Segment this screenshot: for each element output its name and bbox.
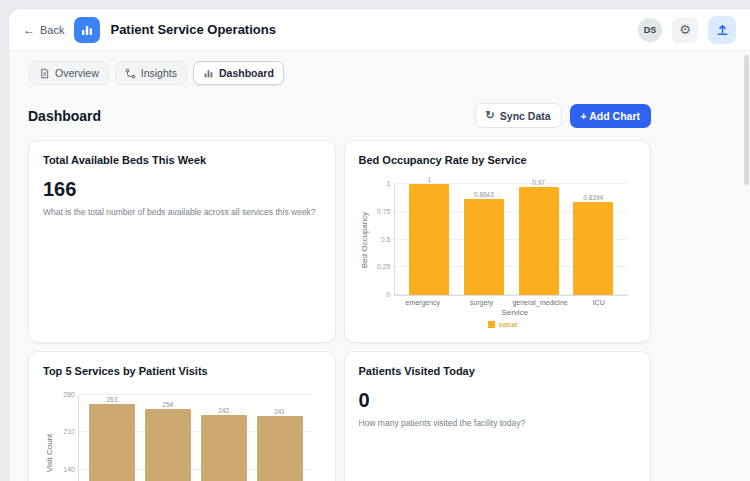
y-tick-label: 140: [63, 466, 75, 474]
share-button[interactable]: [708, 16, 736, 44]
settings-button[interactable]: ⚙: [672, 17, 698, 43]
upload-icon: [716, 23, 729, 36]
bar: 242: [201, 415, 247, 481]
bar-value-label: 254: [162, 401, 173, 408]
y-axis-title: Bed Occupancy: [359, 176, 370, 329]
top-bar: ← Back Patient Service Operations DS ⚙: [9, 9, 750, 51]
bar-value-label: 263: [106, 396, 117, 403]
app-logo-icon: [74, 17, 100, 43]
metric-value: 166: [43, 178, 321, 201]
metric-question: How many patients visited the facility t…: [359, 418, 637, 428]
insights-icon: [125, 68, 136, 79]
tab-dashboard[interactable]: Dashboard: [193, 61, 284, 85]
plot-area: 00.250.50.75110.86430.970.8394: [394, 184, 629, 296]
bar: 241: [257, 416, 303, 481]
y-axis-label: Visit Count: [44, 434, 53, 473]
visits-chart: Visit Count 070140210280263254242241: [43, 387, 321, 481]
card-title: Total Available Beds This Week: [43, 154, 321, 166]
metric-question: What is the total number of beds availab…: [43, 207, 321, 217]
bar: 0.8643: [464, 199, 504, 295]
x-tick-label: surgery: [452, 299, 511, 306]
back-arrow-icon: ←: [23, 24, 35, 36]
tab-label: Overview: [55, 67, 99, 79]
occupancy-chart: Bed Occupancy 00.250.50.75110.86430.970.…: [359, 176, 637, 329]
scrollbar-thumb[interactable]: [744, 55, 749, 185]
chart-area: 00.250.50.75110.86430.970.8394 emergency…: [370, 176, 637, 329]
bar: 0.97: [519, 187, 559, 295]
bar-value-label: 1: [427, 176, 431, 183]
sync-data-button[interactable]: ↻ Sync Data: [475, 103, 562, 128]
x-tick-labels: emergencysurgerygeneral_medicineICU: [394, 296, 629, 306]
chart-area: 070140210280263254242241: [54, 387, 321, 481]
x-axis-title: Service: [394, 306, 637, 317]
back-button[interactable]: ← Back: [23, 24, 64, 36]
add-chart-button[interactable]: + Add Chart: [570, 104, 651, 128]
bar-chart-icon: [80, 23, 94, 37]
bar-value-label: 0.8643: [474, 191, 494, 198]
card-title: Bed Occupancy Rate by Service: [359, 154, 637, 166]
plot-area: 070140210280263254242241: [78, 395, 313, 481]
bar-value-label: 242: [218, 407, 229, 414]
bars-group: 263254242241: [79, 395, 313, 481]
card-bed-occupancy: Bed Occupancy Rate by Service Bed Occupa…: [344, 140, 652, 343]
dashboard-actions: ↻ Sync Data + Add Chart: [475, 103, 651, 128]
document-icon: [39, 68, 50, 79]
card-title: Patients Visited Today: [359, 365, 637, 377]
y-tick-label: 0.25: [377, 263, 391, 271]
y-tick-label: 0: [387, 291, 391, 299]
y-tick-label: 280: [63, 391, 75, 399]
back-label: Back: [40, 24, 64, 36]
dashboard-title: Dashboard: [28, 108, 101, 124]
y-axis-title: Visit Count: [43, 387, 54, 481]
x-tick-label: ICU: [569, 299, 628, 306]
bar: 1: [409, 184, 449, 295]
legend-swatch: [488, 321, 495, 328]
bar-value-label: 241: [274, 408, 285, 415]
metric-value: 0: [359, 389, 637, 412]
bar-value-label: 0.97: [532, 179, 545, 186]
card-patients-today: Patients Visited Today 0 How many patien…: [344, 351, 652, 481]
y-tick-label: 1: [387, 180, 391, 188]
legend-label: value: [499, 320, 518, 329]
main-content: Dashboard ↻ Sync Data + Add Chart Total …: [28, 103, 651, 481]
bar: 254: [145, 409, 191, 481]
y-axis-label: Bed Occupancy: [360, 212, 369, 268]
tab-overview[interactable]: Overview: [29, 61, 109, 85]
card-top-services: Top 5 Services by Patient Visits Visit C…: [28, 351, 336, 481]
gear-icon: ⚙: [679, 22, 691, 37]
refresh-icon: ↻: [486, 109, 495, 122]
y-tick-label: 0.75: [377, 208, 391, 216]
bar-value-label: 0.8394: [583, 194, 603, 201]
bars-group: 10.86430.970.8394: [395, 184, 629, 295]
tab-label: Insights: [141, 67, 177, 79]
bar: 0.8394: [573, 202, 613, 295]
tab-label: Dashboard: [219, 67, 274, 79]
card-total-beds: Total Available Beds This Week 166 What …: [28, 140, 336, 343]
y-tick-label: 0.5: [381, 236, 391, 244]
y-tick-label: 210: [63, 428, 75, 436]
dashboard-icon: [203, 68, 214, 79]
card-title: Top 5 Services by Patient Visits: [43, 365, 321, 377]
x-tick-label: general_medicine: [511, 299, 570, 306]
avatar[interactable]: DS: [638, 18, 662, 42]
dashboard-header: Dashboard ↻ Sync Data + Add Chart: [28, 103, 651, 128]
x-tick-label: emergency: [394, 299, 453, 306]
sync-label: Sync Data: [500, 110, 551, 122]
page-title: Patient Service Operations: [110, 22, 275, 37]
tab-insights[interactable]: Insights: [115, 61, 187, 85]
tab-bar: Overview Insights Dashboard: [9, 51, 750, 85]
scrollbar-track: [744, 55, 749, 477]
chart-legend: value: [370, 317, 637, 329]
bar: 263: [89, 404, 135, 481]
cards-grid: Total Available Beds This Week 166 What …: [28, 140, 651, 481]
app-window: ← Back Patient Service Operations DS ⚙: [8, 8, 750, 481]
